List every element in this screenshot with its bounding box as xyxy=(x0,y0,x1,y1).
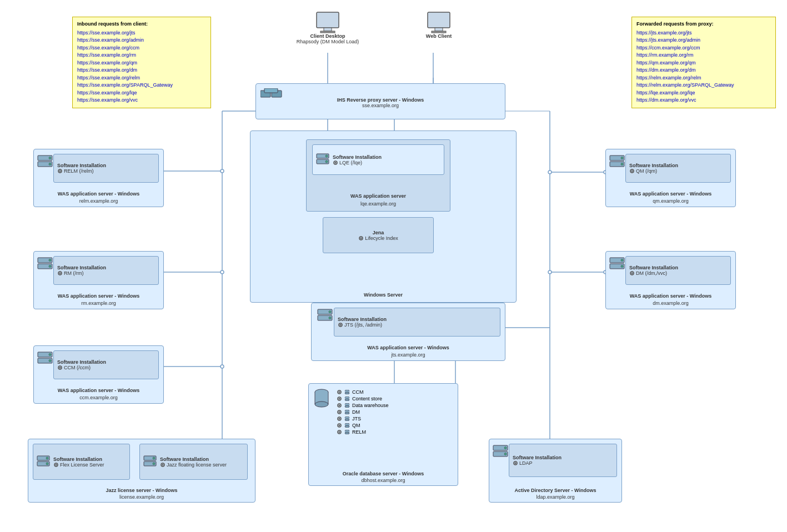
ccm-container-title: WAS application server - Windows xyxy=(34,388,163,393)
ldap-ad-container: Software Installation LDAP Active Direct… xyxy=(489,439,622,503)
flex-gear-icon xyxy=(53,462,59,468)
web-client-label: Web Client xyxy=(414,33,464,39)
svg-point-106 xyxy=(345,399,349,401)
computer-desktop-icon xyxy=(314,11,342,33)
db-content-icon xyxy=(337,396,342,401)
rm-install-box: Software Installation RM (/rm) xyxy=(53,256,159,285)
qm-install-title: Software Installation xyxy=(629,163,678,168)
svg-point-128 xyxy=(339,431,340,433)
rm-install-title: Software Installation xyxy=(57,265,106,270)
jena-title: Jena xyxy=(373,230,384,235)
oracle-db-icon xyxy=(313,388,330,408)
svg-point-65 xyxy=(59,273,61,274)
relm-install-box: Software Installation RELM (/relm) xyxy=(53,154,159,183)
svg-point-137 xyxy=(56,464,57,465)
qm-container-title: WAS application server - Windows xyxy=(606,191,735,197)
proxy-server: IHS Reverse proxy server - Windows sse.e… xyxy=(255,83,505,119)
svg-point-68 xyxy=(49,259,51,262)
flex-install-title: Software Installation xyxy=(53,456,104,462)
svg-point-126 xyxy=(345,425,349,428)
jts-was-container: Software Installation JTS (/jts, /admin)… xyxy=(311,303,505,361)
svg-point-25 xyxy=(220,365,224,368)
rm-container-url: rm.example.org xyxy=(34,300,163,306)
windows-server-outer: Windows Server Software Installation LQE… xyxy=(250,131,517,303)
jena-icon xyxy=(358,235,364,241)
jena-subtitle: Lifecycle Index xyxy=(358,235,398,241)
ldap-server-icon xyxy=(493,445,508,460)
svg-point-149 xyxy=(504,453,507,455)
db-jts-icon xyxy=(337,416,342,421)
ccm-gear-icon xyxy=(57,365,63,370)
lqe-container-url: lqe.example.org xyxy=(307,201,450,207)
svg-point-75 xyxy=(49,360,51,362)
svg-point-77 xyxy=(631,170,633,172)
ccm-server-icon xyxy=(37,352,53,367)
svg-point-148 xyxy=(504,447,507,449)
jazz-container-url: license.example.org xyxy=(28,494,255,500)
proxy-server-icon xyxy=(260,88,283,102)
svg-point-92 xyxy=(329,311,331,313)
lqe-server-icon xyxy=(316,153,329,167)
dm-install-title: Software Installation xyxy=(629,265,678,270)
svg-point-123 xyxy=(339,425,340,426)
jts-install-title: Software Installation xyxy=(338,317,387,322)
svg-point-57 xyxy=(360,237,362,239)
flex-server-icon xyxy=(37,455,50,469)
svg-rect-41 xyxy=(317,12,339,28)
db-dm-db-icon xyxy=(344,410,350,414)
svg-point-69 xyxy=(49,265,51,268)
svg-rect-45 xyxy=(435,28,443,31)
jts-container-url: jts.example.org xyxy=(312,352,505,358)
svg-point-101 xyxy=(345,392,349,394)
oracle-db-container: CCM Content store Data warehouse DM JTS xyxy=(308,383,458,486)
lqe-gear-icon xyxy=(333,160,338,165)
svg-point-131 xyxy=(345,432,349,434)
dm-install-box: Software Installation DM (/dm,/vvc) xyxy=(625,256,731,285)
svg-rect-42 xyxy=(324,28,332,31)
svg-point-145 xyxy=(515,463,517,464)
ldap-gear-icon xyxy=(513,460,518,466)
proxy-title: IHS Reverse proxy server - Windows xyxy=(337,97,424,103)
svg-rect-44 xyxy=(428,12,450,28)
flex-install-box: Software Installation Flex License Serve… xyxy=(33,444,130,480)
db-dw-icon xyxy=(337,403,342,408)
svg-point-98 xyxy=(339,392,340,393)
jts-gear-icon xyxy=(338,322,343,328)
db-item-dm: DM xyxy=(337,409,452,415)
ccm-install-title: Software Installation xyxy=(57,359,106,365)
ccm-was-container: Software Installation CCM (/ccm) WAS app… xyxy=(33,345,164,404)
dm-server-icon xyxy=(609,257,625,273)
ldap-container-title: Active Directory Server - Windows xyxy=(489,488,621,493)
client-desktop-sublabel: Rhapsody (DM Model Load) xyxy=(292,39,364,44)
svg-point-74 xyxy=(49,354,51,356)
db-item-content: Content store xyxy=(337,396,452,401)
windows-server-label: Windows Server xyxy=(250,292,516,298)
relm-server-icon xyxy=(37,155,53,170)
qm-install-box: Software Installation QM (/qm) xyxy=(625,154,731,183)
dm-gear-icon xyxy=(629,270,635,276)
svg-rect-43 xyxy=(320,31,335,33)
ldap-install-title: Software Installation xyxy=(513,455,562,460)
db-item-ccm: CCM xyxy=(337,389,452,395)
db-ccm-icon xyxy=(337,389,342,395)
svg-point-93 xyxy=(329,317,331,319)
db-content-db-icon xyxy=(344,397,350,401)
db-item-relm: RELM xyxy=(337,429,452,435)
db-qm-icon xyxy=(337,423,342,428)
jts-server-icon xyxy=(317,309,333,324)
lqe-container-title: WAS application server xyxy=(307,193,450,199)
rm-server-icon xyxy=(37,257,53,273)
db-dw-db-icon xyxy=(344,403,350,408)
svg-point-141 xyxy=(153,463,155,465)
rm-container-title: WAS application server - Windows xyxy=(34,293,163,299)
db-qm-db-icon xyxy=(344,423,350,428)
relm-gear-icon xyxy=(57,168,63,174)
rm-was-container: Software Installation RM (/rm) WAS appli… xyxy=(33,251,164,309)
svg-point-108 xyxy=(339,405,340,406)
svg-point-63 xyxy=(49,163,51,165)
svg-point-96 xyxy=(315,401,328,407)
db-relm-db-icon xyxy=(344,430,350,434)
jts-install-box: Software Installation JTS (/jts, /admin) xyxy=(334,308,500,337)
svg-rect-49 xyxy=(264,88,278,93)
svg-point-28 xyxy=(548,270,552,274)
